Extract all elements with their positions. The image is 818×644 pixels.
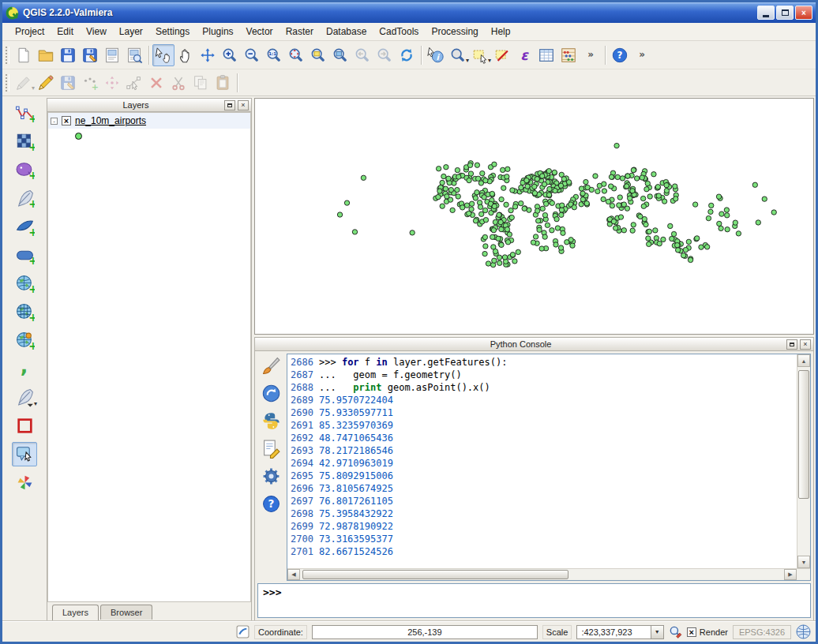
zoom-to-selection-button[interactable] — [307, 44, 329, 66]
menu-raster[interactable]: Raster — [280, 24, 320, 39]
decorations-button[interactable] — [12, 470, 37, 495]
new-project-button[interactable] — [13, 44, 35, 66]
scroll-up-arrow[interactable]: ▲ — [797, 354, 810, 367]
add-vector-layer-button[interactable]: + — [12, 101, 37, 125]
console-hscrollbar[interactable]: ◀ ▶ — [287, 569, 797, 580]
console-float-button[interactable] — [786, 339, 797, 350]
zoom-to-native-resolution-button[interactable]: 1:1 — [263, 44, 285, 66]
field-calculator-button[interactable]: ε — [513, 44, 535, 66]
expander-icon[interactable]: - — [51, 118, 58, 125]
coordinate-input[interactable]: 256,-139 — [312, 625, 538, 639]
menu-project[interactable]: Project — [9, 24, 51, 39]
menu-help[interactable]: Help — [485, 24, 517, 39]
layers-panel-close-button[interactable]: × — [238, 100, 249, 110]
console-vscrollbar[interactable]: ▲ ▼ — [797, 354, 810, 568]
scroll-left-arrow[interactable]: ◀ — [287, 569, 300, 580]
save-project-button[interactable] — [57, 44, 79, 66]
menu-plugins[interactable]: Plugins — [196, 24, 239, 39]
clear-console-button[interactable] — [261, 356, 281, 376]
menu-layer[interactable]: Layer — [113, 24, 149, 39]
measure-button[interactable]: ▾ — [447, 44, 469, 66]
hscroll-track[interactable] — [300, 569, 784, 580]
menu-view[interactable]: View — [80, 24, 113, 39]
add-oracle-layer-button[interactable]: + — [12, 243, 37, 268]
raster-plus-icon: + — [15, 132, 35, 152]
delete-red-icon — [148, 74, 165, 92]
deselect-features-button[interactable] — [491, 44, 513, 66]
show-editor-button[interactable] — [261, 439, 281, 459]
tab-browser[interactable]: Browser — [100, 605, 152, 620]
menu-processing[interactable]: Processing — [425, 24, 484, 39]
zoom-to-layer-button[interactable] — [329, 44, 351, 66]
add-wfs-layer-button[interactable]: + — [12, 328, 37, 353]
new-shapefile-layer-button[interactable]: ▾ — [12, 385, 37, 410]
menu-cadtools[interactable]: CadTools — [373, 24, 425, 39]
maximize-button[interactable] — [776, 6, 794, 20]
select-features-button[interactable]: ▾ — [469, 44, 491, 66]
open-project-button[interactable] — [35, 44, 57, 66]
svg-text:+: + — [28, 140, 35, 152]
zoom-full-button[interactable] — [285, 44, 307, 66]
chevron-down-icon[interactable]: ▼ — [651, 626, 663, 638]
menu-settings[interactable]: Settings — [149, 24, 196, 39]
new-spatialite-layer-button[interactable]: , — [12, 357, 37, 381]
layers-panel-float-button[interactable] — [224, 100, 235, 110]
console-line: 2688... print geom.asPoint().x() — [291, 381, 797, 394]
vscroll-track[interactable] — [797, 367, 810, 556]
gear-icon — [261, 466, 281, 486]
toolbar-overflow-button[interactable]: » — [580, 44, 602, 66]
add-spatialite-layer-button[interactable]: + — [12, 186, 37, 211]
remove-layer-button[interactable] — [12, 414, 37, 438]
console-output[interactable]: 2686>>> for f in layer.getFeatures():268… — [287, 354, 811, 581]
python-console-title: Python Console — [255, 339, 786, 349]
console-options-button[interactable] — [261, 466, 281, 486]
zoom-in-button[interactable] — [219, 44, 241, 66]
touch-zoom-and-pan-button[interactable] — [152, 44, 174, 66]
add-wms-layer-button[interactable]: + — [12, 271, 37, 296]
help-overflow-button[interactable]: » — [631, 44, 653, 66]
scale-combobox[interactable]: :423,337,923 ▼ — [576, 625, 663, 639]
toggle-editing-button[interactable] — [35, 72, 57, 94]
scroll-right-arrow[interactable]: ▶ — [784, 569, 797, 580]
magnifier-edit-icon[interactable] — [669, 625, 682, 638]
add-postgis-layer-button[interactable]: + — [12, 158, 37, 182]
render-checkbox[interactable]: × — [687, 627, 696, 637]
crs-status-button[interactable] — [796, 624, 811, 639]
menu-vector[interactable]: Vector — [240, 24, 280, 39]
add-wcs-layer-button[interactable]: + — [12, 300, 37, 324]
render-checkbox-group[interactable]: × Render — [687, 627, 728, 637]
import-class-button[interactable] — [261, 411, 281, 431]
save-project-as-button[interactable] — [79, 44, 101, 66]
console-input[interactable]: >>> — [257, 583, 811, 618]
minimize-button[interactable] — [757, 6, 775, 20]
new-print-composer-button[interactable] — [101, 44, 123, 66]
identify-features-button[interactable]: i — [425, 44, 447, 66]
help-contents-button[interactable]: ? — [609, 44, 631, 66]
scroll-down-arrow[interactable]: ▼ — [797, 556, 810, 568]
layer-visibility-checkbox[interactable]: × — [62, 116, 71, 125]
console-help-button[interactable]: ? — [261, 494, 281, 514]
run-command-button[interactable] — [261, 384, 281, 403]
map-canvas[interactable] — [254, 98, 814, 335]
zoom-out-button[interactable] — [241, 44, 263, 66]
layer-name[interactable]: ne_10m_airports — [75, 115, 146, 126]
console-close-button[interactable]: × — [800, 339, 811, 350]
pan-to-selection-button[interactable] — [197, 44, 219, 66]
vscroll-thumb[interactable] — [798, 370, 809, 499]
refresh-map-button[interactable] — [396, 44, 418, 66]
close-button[interactable]: × — [795, 6, 812, 20]
menu-edit[interactable]: Edit — [51, 24, 80, 39]
composer-manager-button[interactable] — [123, 44, 145, 66]
pan-map-button[interactable] — [174, 44, 197, 66]
console-line: 269442.9710963019 — [291, 457, 797, 470]
menu-database[interactable]: Database — [320, 24, 373, 39]
tab-layers[interactable]: Layers — [52, 605, 99, 620]
hscroll-thumb[interactable] — [302, 570, 568, 579]
add-raster-layer-button[interactable]: + — [12, 129, 37, 154]
statistical-summary-button[interactable] — [557, 44, 580, 66]
add-mssql-layer-button[interactable]: + — [12, 215, 37, 239]
layer-tree-row[interactable]: - × ne_10m_airports — [48, 113, 250, 129]
map-tips-button[interactable] — [12, 442, 37, 466]
open-attribute-table-button[interactable] — [535, 44, 557, 66]
mouse-position-toggle-icon[interactable] — [236, 625, 250, 638]
